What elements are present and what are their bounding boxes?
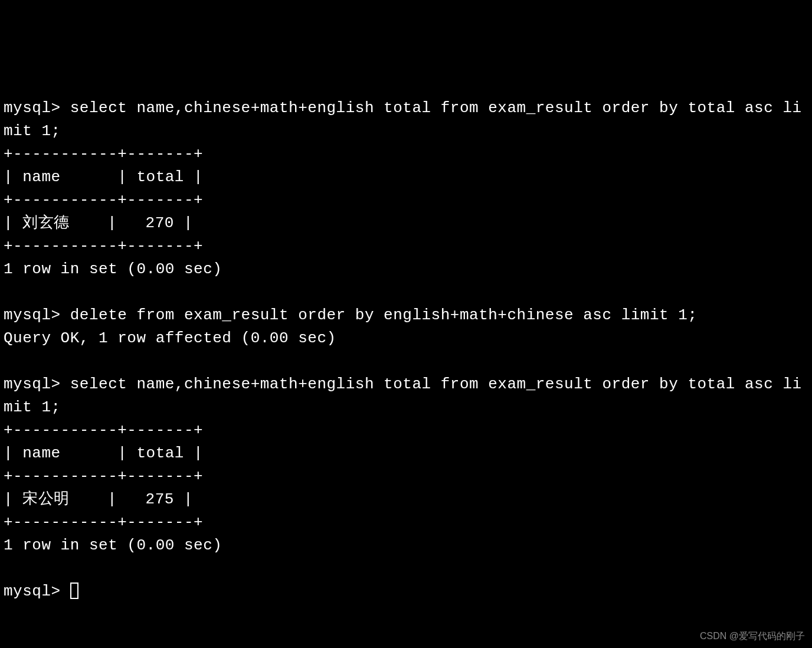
table-header: | name | total | bbox=[4, 168, 203, 186]
query-result-footer: 1 row in set (0.00 sec) bbox=[4, 536, 222, 554]
sql-command: select name,chinese+math+english total f… bbox=[4, 375, 802, 416]
table-row: | 宋公明 | 275 | bbox=[4, 490, 193, 508]
table-separator: +-----------+-------+ bbox=[4, 191, 203, 209]
query-result-footer: 1 row in set (0.00 sec) bbox=[4, 260, 222, 278]
table-separator: +-----------+-------+ bbox=[4, 421, 203, 439]
mysql-prompt: mysql> bbox=[4, 306, 70, 324]
table-row: | 刘玄德 | 270 | bbox=[4, 214, 193, 232]
watermark: CSDN @爱写代码的刚子 bbox=[700, 629, 805, 643]
mysql-prompt: mysql> bbox=[4, 99, 70, 117]
mysql-prompt: mysql> bbox=[4, 375, 70, 393]
sql-command: select name,chinese+math+english total f… bbox=[4, 99, 802, 140]
table-separator: +-----------+-------+ bbox=[4, 237, 203, 255]
terminal-output[interactable]: mysql> select name,chinese+math+english … bbox=[4, 97, 808, 603]
query-result: Query OK, 1 row affected (0.00 sec) bbox=[4, 329, 336, 347]
mysql-prompt: mysql> bbox=[4, 582, 70, 600]
table-header: | name | total | bbox=[4, 444, 203, 462]
table-separator: +-----------+-------+ bbox=[4, 513, 203, 531]
sql-command: delete from exam_result order by english… bbox=[70, 306, 698, 324]
table-separator: +-----------+-------+ bbox=[4, 145, 203, 163]
table-separator: +-----------+-------+ bbox=[4, 467, 203, 485]
terminal-cursor[interactable] bbox=[70, 582, 78, 599]
